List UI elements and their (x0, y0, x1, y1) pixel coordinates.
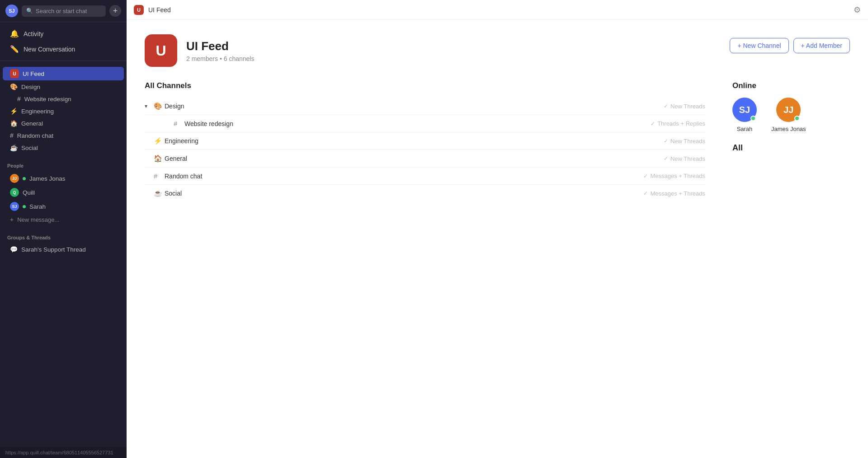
engineering-icon: ⚡ (10, 107, 18, 115)
online-user-james-jonas[interactable]: JJ James Jonas (771, 98, 806, 132)
search-bar[interactable]: 🔍 Search or start chat (22, 5, 106, 17)
groups-section-label: Groups & Threads (0, 233, 127, 243)
social-channel-name: Social (165, 190, 643, 197)
website-redesign-label: Website redesign (24, 96, 71, 103)
activity-label: Activity (24, 30, 43, 37)
sarah-label: Sarah (29, 203, 46, 210)
channel-row-website-redesign[interactable]: # Website redesign ✓ Threads + Replies (145, 115, 705, 132)
engineering-notification-text: New Threads (670, 138, 705, 145)
people-section: People JJ James Jonas Q Quill SJ Sarah +… (0, 156, 127, 228)
channel-row-general[interactable]: 🏠 General ✓ New Threads (145, 150, 705, 168)
main: U UI Feed ⚙ U UI Feed 2 members • 6 chan… (127, 0, 868, 458)
website-redesign-notification-text: Threads + Replies (657, 120, 705, 127)
james-online-name: James Jonas (771, 126, 806, 132)
new-conversation-label: New Conversation (24, 46, 75, 53)
sidebar-item-new-conversation[interactable]: ✏️ New Conversation (3, 42, 124, 56)
sidebar-item-website-redesign[interactable]: # Website redesign (3, 93, 124, 105)
thread-icon: 💬 (10, 246, 18, 253)
header-workspace-icon: U (134, 5, 144, 15)
all-label: All (732, 143, 850, 153)
engineering-channel-icon: ⚡ (154, 137, 165, 145)
channel-row-random-chat[interactable]: # Random chat ✓ Messages + Threads (145, 168, 705, 185)
james-jonas-avatar: JJ (10, 174, 19, 183)
groups-section: Groups & Threads 💬 Sarah's Support Threa… (0, 228, 127, 257)
sidebar-item-random-chat[interactable]: # Random chat (3, 130, 124, 141)
workspace-header: U UI Feed 2 members • 6 channels + New C… (145, 34, 850, 67)
check-icon-soc: ✓ (643, 190, 648, 196)
online-users: SJ Sarah JJ James Jonas (732, 98, 850, 132)
activity-icon: 🔔 (10, 29, 19, 38)
sidebar-item-activity[interactable]: 🔔 Activity (3, 26, 124, 41)
channels-table: All Channels ▾ 🎨 Design ✓ New Threads (145, 81, 705, 202)
general-channel-icon: 🏠 (154, 154, 165, 163)
website-redesign-channel-icon: # (174, 120, 184, 127)
channel-row-social[interactable]: ☕ Social ✓ Messages + Threads (145, 185, 705, 202)
workspace-meta: 2 members • 6 channels (186, 55, 254, 62)
channel-row-engineering[interactable]: ⚡ Engineering ✓ New Threads (145, 132, 705, 150)
sidebar-item-general[interactable]: 🏠 General (3, 117, 124, 129)
online-user-sarah[interactable]: SJ Sarah (732, 98, 757, 132)
check-icon: ✓ (664, 103, 668, 109)
design-icon: 🎨 (10, 83, 18, 90)
check-icon-rc: ✓ (643, 173, 648, 179)
random-chat-channel-icon: # (154, 172, 165, 180)
general-label: General (21, 120, 43, 127)
channels-section-main: All Channels ▾ 🎨 Design ✓ New Threads (145, 81, 850, 202)
add-button[interactable]: + (109, 5, 121, 17)
james-jonas-label: James Jonas (29, 175, 66, 182)
url-text: https://app.quill.chat/team/680511405556… (5, 450, 113, 455)
online-heading: Online (732, 81, 850, 90)
new-conversation-icon: ✏️ (10, 45, 19, 53)
sidebar-top: SJ 🔍 Search or start chat + (0, 0, 127, 22)
general-notification-text: New Threads (670, 155, 705, 162)
sidebar-item-ui-feed[interactable]: U UI Feed (3, 67, 124, 80)
sarah-online-avatar: SJ (732, 98, 757, 122)
sidebar-item-social[interactable]: ☕ Social (3, 142, 124, 154)
sidebar-nav: 🔔 Activity ✏️ New Conversation (0, 22, 127, 61)
workspace-name: UI Feed (186, 39, 254, 53)
status-bar: https://app.quill.chat/team/680511405556… (0, 447, 127, 458)
social-channel-icon: ☕ (154, 189, 165, 197)
design-notification-text: New Threads (670, 103, 705, 110)
search-icon: 🔍 (26, 8, 33, 14)
online-dot-sarah (23, 205, 26, 208)
settings-icon[interactable]: ⚙ (854, 5, 861, 15)
sidebar-item-sarahs-support[interactable]: 💬 Sarah's Support Thread (3, 243, 124, 255)
online-panel: Online SJ Sarah (732, 81, 850, 202)
quill-label: Quill (23, 189, 35, 196)
design-channel-name: Design (165, 103, 664, 110)
social-notification: ✓ Messages + Threads (643, 190, 705, 197)
sarah-online-name: Sarah (737, 126, 753, 132)
all-channels-heading: All Channels (145, 81, 705, 90)
sidebar-item-james-jonas[interactable]: JJ James Jonas (3, 172, 124, 185)
sidebar-item-sarah[interactable]: SJ Sarah (3, 200, 124, 213)
content-area: U UI Feed 2 members • 6 channels + New C… (127, 20, 868, 458)
add-member-button[interactable]: + Add Member (793, 38, 850, 53)
james-online-dot (794, 116, 800, 121)
sidebar-item-new-message[interactable]: + New message... (3, 214, 124, 225)
social-icon: ☕ (10, 144, 18, 151)
header-title: UI Feed (148, 6, 171, 14)
random-chat-icon: # (10, 132, 14, 139)
engineering-notification: ✓ New Threads (664, 138, 705, 145)
website-redesign-channel-name: Website redesign (184, 120, 651, 127)
sidebar-item-quill[interactable]: Q Quill (3, 186, 124, 199)
random-chat-notification-text: Messages + Threads (650, 173, 705, 179)
new-channel-button[interactable]: + New Channel (730, 38, 788, 53)
sarah-avatar: SJ (10, 202, 19, 211)
channels-section: U UI Feed 🎨 Design # Website redesign ⚡ … (0, 61, 127, 156)
plus-icon: + (10, 216, 14, 223)
new-message-label: New message... (17, 216, 59, 223)
channel-row-design[interactable]: ▾ 🎨 Design ✓ New Threads (145, 98, 705, 115)
design-channel-icon: 🎨 (154, 102, 165, 110)
user-avatar[interactable]: SJ (5, 5, 18, 17)
sidebar-item-engineering[interactable]: ⚡ Engineering (3, 105, 124, 117)
sarahs-support-label: Sarah's Support Thread (21, 246, 86, 253)
sidebar-item-design[interactable]: 🎨 Design (3, 81, 124, 93)
general-icon: 🏠 (10, 120, 18, 127)
workspace-details: UI Feed 2 members • 6 channels (186, 39, 254, 62)
hash-icon: # (17, 95, 21, 103)
check-icon-eng: ✓ (664, 138, 668, 144)
engineering-label: Engineering (21, 108, 54, 115)
people-section-label: People (0, 161, 127, 171)
